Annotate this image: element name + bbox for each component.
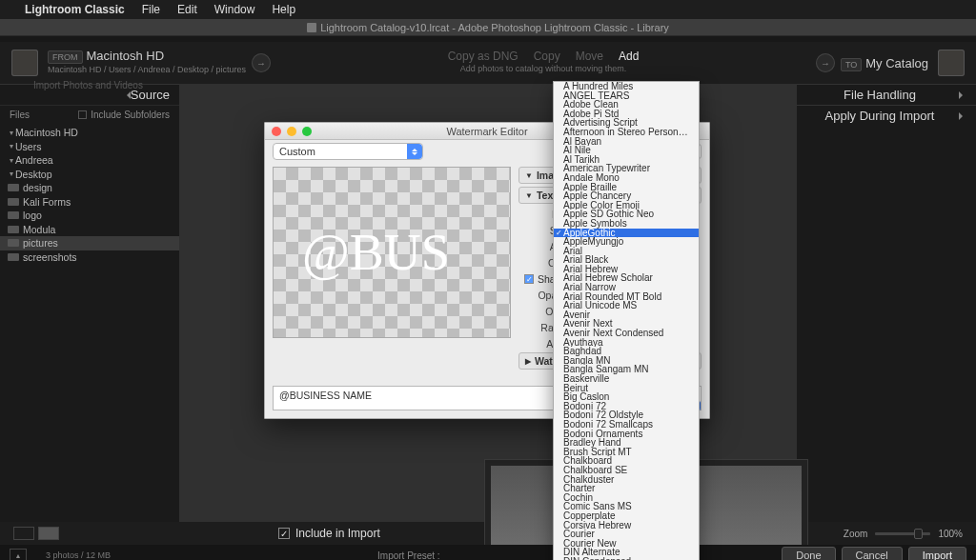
op-copy-dng[interactable]: Copy as DNG	[448, 50, 518, 63]
file-handling-header[interactable]: File Handling	[797, 84, 976, 105]
op-copy[interactable]: Copy	[534, 50, 560, 63]
font-option[interactable]: Avenir Next	[554, 319, 699, 329]
menu-edit[interactable]: Edit	[177, 3, 197, 16]
font-option[interactable]: Bangla MN	[554, 356, 699, 366]
font-option[interactable]: Beirut	[554, 384, 699, 393]
source-nav-button[interactable]: →	[252, 53, 271, 72]
font-option[interactable]: Bodoni 72 Oldstyle	[554, 410, 699, 420]
to-volume[interactable]: My Catalog	[865, 56, 928, 70]
to-label: TO	[841, 58, 862, 71]
font-option[interactable]: Arial Rounded MT Bold	[554, 292, 699, 302]
app-menu[interactable]: Lightroom Classic	[25, 3, 125, 16]
font-option[interactable]: Brush Script MT	[554, 448, 699, 457]
font-option[interactable]: Comic Sans MS	[554, 502, 699, 511]
font-option[interactable]: Andale Mono	[554, 173, 699, 183]
font-option[interactable]: DIN Alternate	[554, 548, 699, 557]
tree-row: logo	[0, 209, 179, 223]
font-option[interactable]: Bangla Sangam MN	[554, 365, 699, 374]
zoom-window-icon[interactable]	[302, 127, 312, 136]
minimize-icon[interactable]	[287, 127, 296, 136]
breadcrumb: Macintosh HD / Users / Andreea / Desktop…	[48, 64, 246, 76]
import-dialog-title: Import Photos and Videos	[33, 80, 143, 90]
apply-during-import-header[interactable]: Apply During Import	[797, 105, 976, 126]
font-option[interactable]: Courier	[554, 530, 699, 539]
files-label: Files	[10, 110, 30, 120]
import-preset-label[interactable]: Import Preset :	[377, 550, 440, 561]
font-option[interactable]: Arial Hebrew Scholar	[554, 273, 699, 283]
chevron-updown-icon[interactable]	[407, 144, 422, 159]
folder-icon	[8, 211, 19, 219]
op-move[interactable]: Move	[576, 50, 603, 63]
font-option[interactable]: Apple Chancery	[554, 191, 699, 201]
font-option[interactable]: Copperplate	[554, 511, 699, 521]
font-option[interactable]: Arial	[554, 247, 699, 256]
font-option[interactable]: Apple Symbols	[554, 219, 699, 229]
op-add[interactable]: Add	[619, 50, 639, 63]
apply-during-import-label: Apply During Import	[825, 109, 935, 123]
font-option[interactable]: Bodoni 72	[554, 402, 699, 411]
cancel-button[interactable]: Cancel	[842, 547, 903, 560]
include-subfolders-checkbox[interactable]	[78, 110, 87, 119]
font-option[interactable]: Apple Color Emoji	[554, 201, 699, 210]
font-option[interactable]: A Hundred Miles	[554, 82, 699, 91]
from-volume[interactable]: Macintosh HD	[87, 49, 165, 63]
font-option[interactable]: Arial Unicode MS	[554, 301, 699, 310]
font-option[interactable]: Big Caslon	[554, 392, 699, 402]
font-option[interactable]: Adobe Clean	[554, 100, 699, 110]
shadow-checkbox[interactable]: ✓	[524, 274, 534, 284]
source-drive-icon	[11, 50, 38, 76]
font-option[interactable]: Al Nile	[554, 146, 699, 155]
font-option[interactable]: Arial Black	[554, 255, 699, 265]
menu-file[interactable]: File	[142, 3, 160, 16]
font-option[interactable]: Chalkboard	[554, 456, 699, 466]
dest-nav-button[interactable]: →	[816, 53, 835, 72]
font-option[interactable]: Courier New	[554, 539, 699, 549]
font-option[interactable]: Al Tarikh	[554, 155, 699, 165]
expand-icon[interactable]: ▲	[10, 549, 27, 560]
font-option[interactable]: Chalkduster	[554, 475, 699, 485]
font-option[interactable]: Apple Braille	[554, 183, 699, 192]
watermark-preset-combo[interactable]: Custom	[273, 143, 423, 160]
import-header: FROMMacintosh HD Macintosh HD / Users / …	[0, 42, 976, 84]
font-dropdown-menu[interactable]: A Hundred MilesANGEL TEARSAdobe CleanAdo…	[553, 81, 700, 560]
font-option[interactable]: Corsiva Hebrew	[554, 521, 699, 530]
font-option[interactable]: Advertising Script	[554, 118, 699, 128]
font-option[interactable]: Baghdad	[554, 347, 699, 356]
font-option[interactable]: Baskerville	[554, 374, 699, 384]
font-option[interactable]: Bradley Hand	[554, 438, 699, 448]
font-option[interactable]: AppleMyungjo	[554, 237, 699, 247]
zoom-thumb[interactable]	[914, 529, 923, 539]
font-option[interactable]: Cochin	[554, 493, 699, 503]
from-label: FROM	[48, 50, 83, 64]
font-option[interactable]: Afternoon in Stereo Personal Us	[554, 128, 699, 137]
zoom-slider[interactable]	[875, 532, 930, 535]
font-option[interactable]: Arial Narrow	[554, 283, 699, 292]
view-loupe-icon[interactable]	[38, 527, 59, 540]
font-option[interactable]: Bodoni 72 Smallcaps	[554, 420, 699, 430]
tree-row-root: ▾Macintosh HD	[0, 126, 179, 140]
font-option[interactable]: Bodoni Ornaments	[554, 430, 699, 439]
close-icon[interactable]	[272, 127, 281, 136]
zoom-label: Zoom	[844, 529, 868, 539]
view-grid-icon[interactable]	[13, 527, 34, 540]
import-button[interactable]: Import	[908, 547, 966, 560]
menu-window[interactable]: Window	[214, 3, 255, 16]
font-option[interactable]: Avenir Next Condensed	[554, 329, 699, 338]
font-option[interactable]: Al Bayan	[554, 137, 699, 147]
font-option[interactable]: Apple SD Gothic Neo	[554, 210, 699, 219]
font-option[interactable]: AppleGothic	[554, 229, 699, 238]
view-mode-switch[interactable]	[13, 527, 59, 540]
watermark-preview-text: @BUS	[302, 223, 450, 282]
font-option[interactable]: Chalkboard SE	[554, 466, 699, 475]
font-option[interactable]: Avenir	[554, 310, 699, 320]
font-option[interactable]: Arial Hebrew	[554, 265, 699, 274]
include-in-import-checkbox[interactable]: ✓	[278, 528, 290, 539]
menu-help[interactable]: Help	[272, 3, 295, 16]
font-option[interactable]: Ayuthaya	[554, 338, 699, 348]
done-button[interactable]: Done	[782, 547, 835, 560]
folder-tree[interactable]: ▾Macintosh HD ▾Users ▾Andreea ▾Desktop d…	[0, 124, 179, 522]
font-option[interactable]: Charter	[554, 484, 699, 493]
font-option[interactable]: American Typewriter	[554, 164, 699, 173]
font-option[interactable]: ANGEL TEARS	[554, 91, 699, 101]
font-option[interactable]: Adobe Pi Std	[554, 110, 699, 119]
